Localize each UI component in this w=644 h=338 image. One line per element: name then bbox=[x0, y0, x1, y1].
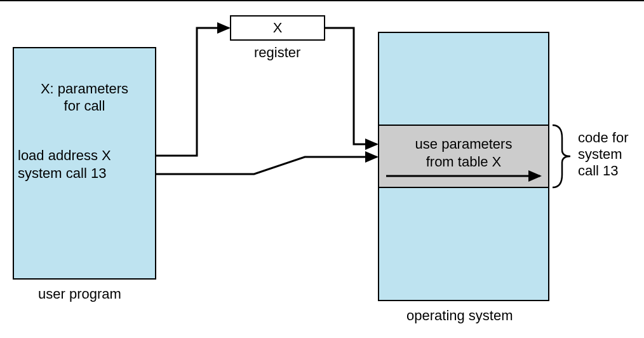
user-program-title-2: for call bbox=[13, 98, 156, 114]
brace-label-3: call 13 bbox=[578, 163, 619, 179]
os-handler-line2: from table X bbox=[378, 154, 549, 170]
arrow-syscall-to-os bbox=[156, 157, 377, 174]
user-program-title-1: X: parameters bbox=[13, 81, 156, 97]
register-box: X bbox=[230, 15, 325, 41]
user-program-system-call: system call 13 bbox=[18, 165, 106, 182]
register-value: X bbox=[273, 20, 283, 36]
arrow-register-to-os bbox=[325, 28, 377, 144]
brace-label-1: code for bbox=[578, 130, 629, 146]
os-handler-line1: use parameters bbox=[378, 136, 549, 152]
user-program-caption: user program bbox=[38, 286, 121, 302]
brace-label-2: system bbox=[578, 146, 622, 163]
curly-brace-icon bbox=[553, 125, 570, 187]
register-label: register bbox=[254, 44, 300, 61]
operating-system-caption: operating system bbox=[406, 308, 513, 324]
user-program-load-address: load address X bbox=[18, 147, 111, 164]
arrow-load-to-register bbox=[156, 28, 229, 156]
